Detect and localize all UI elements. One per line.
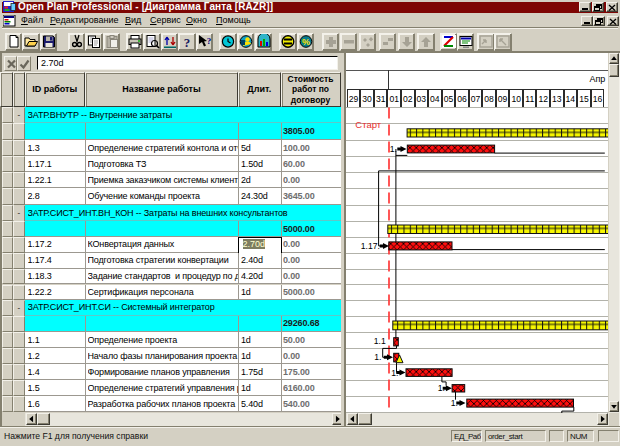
svg-text:1.: 1. — [450, 398, 457, 408]
svg-text:1.: 1. — [391, 367, 398, 377]
svg-text:%: % — [301, 37, 309, 47]
svg-text:?: ? — [206, 36, 211, 46]
svg-text:1.: 1. — [374, 352, 381, 362]
svg-text:?: ? — [184, 35, 191, 50]
svg-text:1.1: 1.1 — [373, 336, 385, 346]
svg-text:1.17.: 1.17. — [360, 240, 379, 250]
svg-text:1.: 1. — [389, 144, 396, 154]
svg-text:1.: 1. — [437, 383, 444, 393]
svg-text:Старт: Старт — [355, 119, 381, 130]
